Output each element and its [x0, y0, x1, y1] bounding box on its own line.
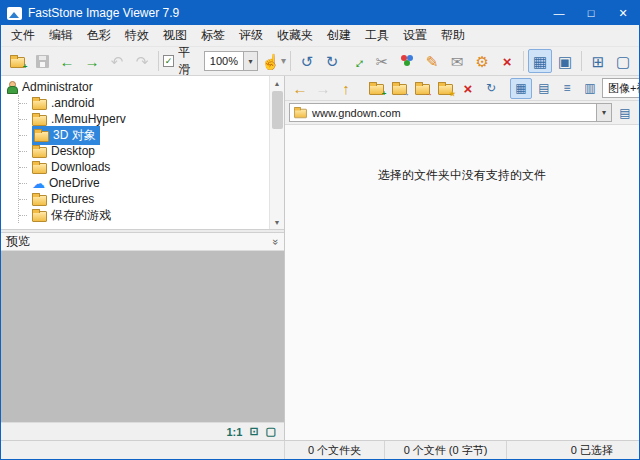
redo-icon: ↷ — [136, 54, 149, 69]
delete-icon: × — [464, 81, 473, 96]
maximize-button[interactable]: □ — [575, 1, 607, 25]
back-icon: ← — [60, 54, 75, 69]
address-folder-icon — [294, 109, 307, 118]
tree-item-3d-objects[interactable]: 3D 对象 — [19, 127, 268, 143]
tree-item-downloads[interactable]: Downloads — [19, 159, 268, 175]
zoom-dropdown-icon[interactable]: ▾ — [243, 52, 257, 70]
file-filter-combobox[interactable]: 图像+视频 ▾ — [602, 78, 640, 98]
pencil-icon: ✎ — [426, 54, 439, 69]
list-view-icon: ▥ — [584, 82, 595, 94]
zoom-fullscreen-icon[interactable]: ▢ — [266, 426, 276, 437]
view-thumbnails-button[interactable]: ▦ — [510, 78, 532, 99]
palette-icon — [401, 55, 414, 67]
preview-canvas — [1, 251, 284, 422]
menu-effects[interactable]: 特效 — [118, 25, 156, 46]
compare-button[interactable]: ⊞ — [586, 49, 610, 73]
folder-icon — [32, 163, 47, 174]
copy-to-folder-button[interactable] — [388, 78, 410, 99]
close-button[interactable]: ✕ — [607, 1, 639, 25]
compare-icon: ⊞ — [592, 54, 605, 69]
toolbar-separator — [290, 51, 291, 71]
tree-item-onedrive[interactable]: ☁ OneDrive — [19, 175, 268, 191]
nav-back-button[interactable]: ← — [289, 78, 311, 99]
layout-viewer-button[interactable]: ▣ — [553, 49, 577, 73]
scroll-up-icon[interactable]: ▲ — [270, 76, 285, 90]
menu-view[interactable]: 视图 — [156, 25, 194, 46]
menu-create[interactable]: 创建 — [320, 25, 358, 46]
tree-item-root[interactable]: Administrator — [5, 79, 268, 95]
menu-rating[interactable]: 评级 — [232, 25, 270, 46]
tree-item-android[interactable]: .android — [19, 95, 268, 111]
view-details-button[interactable]: ≡ — [556, 78, 578, 99]
resize-button[interactable]: ↔ — [345, 49, 369, 73]
tree-item-pictures[interactable]: Pictures — [19, 191, 268, 207]
file-browser-area[interactable]: 选择的文件夹中没有支持的文件 — [285, 125, 639, 440]
hand-tool-button[interactable]: ☝ ▾ — [261, 49, 286, 73]
undo-button[interactable]: ↶ — [105, 49, 129, 73]
folder-icon — [32, 99, 47, 110]
redo-button[interactable]: ↷ — [130, 49, 154, 73]
rotate-right-button[interactable]: ↻ — [320, 49, 344, 73]
back-button[interactable]: ← — [55, 49, 79, 73]
menu-favorites[interactable]: 收藏夹 — [270, 25, 320, 46]
app-icon — [7, 7, 22, 20]
smooth-checkbox[interactable]: ✓ — [163, 55, 174, 67]
view-list-button[interactable]: ▥ — [579, 78, 601, 99]
refresh-button[interactable]: ↻ — [480, 78, 502, 99]
zoom-combobox[interactable]: 100% ▾ — [204, 51, 258, 71]
crop-button[interactable]: ✂ — [370, 49, 394, 73]
zoom-value: 100% — [205, 55, 243, 67]
folder-tree: Administrator .android .MemuHyperv — [1, 76, 284, 229]
nav-forward-button[interactable]: → — [312, 78, 334, 99]
adjust-colors-button[interactable] — [395, 49, 419, 73]
tree-item-label: 保存的游戏 — [51, 207, 111, 224]
tree-item-desktop[interactable]: Desktop — [19, 143, 268, 159]
preview-header: 预览 » — [1, 233, 284, 251]
menu-file[interactable]: 文件 — [4, 25, 42, 46]
menu-settings[interactable]: 设置 — [396, 25, 434, 46]
draw-button[interactable]: ✎ — [420, 49, 444, 73]
preview-title: 预览 — [6, 233, 30, 250]
delete-button[interactable]: × — [495, 49, 519, 73]
browse-folder-button[interactable] — [5, 49, 29, 73]
layout-browser-button[interactable]: ▦ — [528, 49, 552, 73]
address-value[interactable]: www.gndown.com — [312, 107, 592, 119]
favorites-button[interactable] — [434, 78, 456, 99]
mail-icon: ✉ — [451, 54, 464, 69]
forward-button[interactable]: → — [80, 49, 104, 73]
panel-toggle-button[interactable]: ▤ — [615, 101, 635, 125]
rotate-left-button[interactable]: ↺ — [295, 49, 319, 73]
move-to-folder-button[interactable] — [411, 78, 433, 99]
zoom-fit-icon[interactable]: ⊡ — [249, 426, 258, 437]
menu-colors[interactable]: 色彩 — [80, 25, 118, 46]
tree-item-saved-games[interactable]: 保存的游戏 — [19, 207, 268, 223]
save-button[interactable] — [30, 49, 54, 73]
toolbar-separator — [523, 51, 524, 71]
address-combobox[interactable]: www.gndown.com ▾ — [289, 103, 612, 122]
empty-folder-message: 选择的文件夹中没有支持的文件 — [378, 168, 546, 182]
menu-tools[interactable]: 工具 — [358, 25, 396, 46]
left-panel: Administrator .android .MemuHyperv — [1, 76, 285, 440]
toolbar-separator — [158, 51, 159, 71]
browser-toolbar: ← → ↑ — [285, 76, 639, 101]
menu-tag[interactable]: 标签 — [194, 25, 232, 46]
fullscreen-button[interactable]: ▢ — [611, 49, 635, 73]
panel-icon: ▤ — [619, 107, 630, 119]
status-cell-empty — [1, 441, 285, 459]
view-filmstrip-button[interactable]: ▤ — [533, 78, 555, 99]
menu-help[interactable]: 帮助 — [434, 25, 472, 46]
scroll-down-icon[interactable]: ▼ — [270, 215, 285, 229]
settings-button[interactable]: ⚙ — [470, 49, 494, 73]
new-folder-button[interactable] — [365, 78, 387, 99]
tree-scrollbar[interactable]: ▲ ▼ — [269, 76, 284, 229]
minimize-button[interactable]: — — [543, 1, 575, 25]
menu-edit[interactable]: 编辑 — [42, 25, 80, 46]
scrollbar-thumb[interactable] — [272, 91, 283, 129]
up-folder-button[interactable]: ↑ — [335, 78, 357, 99]
fullscreen-icon: ▢ — [616, 54, 630, 69]
copy-folder-icon — [392, 84, 407, 95]
address-dropdown-icon[interactable]: ▾ — [596, 104, 611, 121]
delete-file-button[interactable]: × — [457, 78, 479, 99]
email-button[interactable]: ✉ — [445, 49, 469, 73]
collapse-chevron-icon[interactable]: » — [270, 238, 282, 244]
